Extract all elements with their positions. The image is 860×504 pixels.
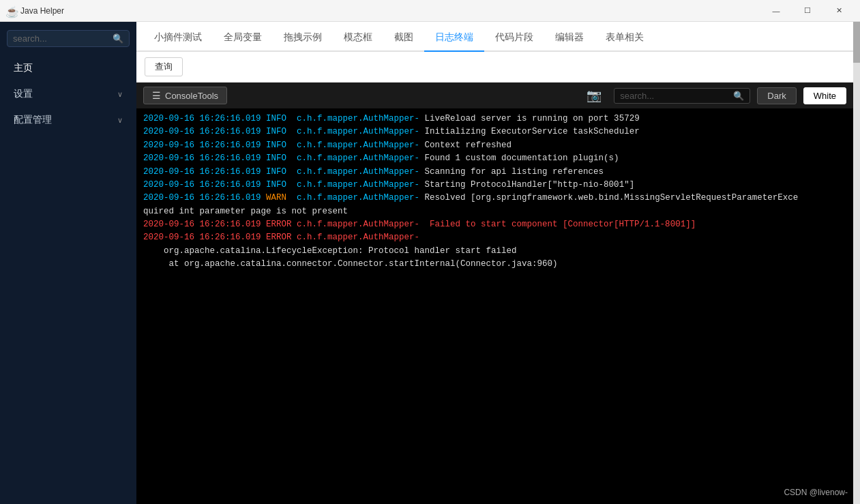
sidebar: 🔍 主页 设置 ∨ 配置管理 ∨ [0,22,136,504]
log-line: 2020-09-16 16:26:16.019 INFO c.h.f.mappe… [143,125,846,138]
tab-bar: 小摘件测试 全局变量 拖拽示例 模态框 截图 日志终端 代码片段 编辑器 表单相… [136,22,853,52]
log-line: 2020-09-16 16:26:16.019 ERROR c.h.f.mapp… [143,231,846,244]
white-theme-button[interactable]: White [803,87,846,104]
console-search-input[interactable] [620,91,733,101]
tab-modal[interactable]: 模态框 [333,25,383,52]
console-search-icon: 🔍 [733,91,744,101]
content-area: 小摘件测试 全局变量 拖拽示例 模态框 截图 日志终端 代码片段 编辑器 表单相… [136,22,853,504]
sidebar-item-settings-label: 设置 [14,88,33,100]
sidebar-item-config[interactable]: 配置管理 ∨ [0,107,136,133]
console-tools-label: ConsoleTools [165,91,218,101]
minimize-button[interactable]: — [760,0,792,22]
sidebar-search-input[interactable] [13,33,113,44]
sidebar-item-home-label: 主页 [14,62,33,74]
sub-toolbar: 查询 [136,52,853,83]
log-line: 2020-09-16 16:26:16.019 INFO c.h.f.mappe… [143,139,846,152]
title-bar: ☕ Java Helper — ☐ ✕ [0,0,860,22]
sidebar-item-settings[interactable]: 设置 ∨ [0,81,136,107]
log-line: 2020-09-16 16:26:16.019 INFO c.h.f.mappe… [143,152,846,165]
log-line: 2020-09-16 16:26:16.019 WARN c.h.f.mappe… [143,192,846,205]
tab-editor[interactable]: 编辑器 [544,25,595,52]
log-line: quired int parameter page is not present [143,205,846,218]
sidebar-search-container: 🔍 [7,30,130,47]
scrollbar-thumb[interactable] [853,22,860,63]
console-tools-button[interactable]: ☰ ConsoleTools [143,87,227,104]
chevron-down-icon-2: ∨ [117,116,123,125]
log-line: at org.apache.catalina.connector.Connect… [143,258,846,271]
console-toolbar: ☰ ConsoleTools 📷 🔍 Dark White [136,83,853,108]
app-body: 🔍 主页 设置 ∨ 配置管理 ∨ 小摘件测试 全局变量 拖拽示例 模态框 截图 … [0,22,860,504]
sidebar-item-home[interactable]: 主页 [0,55,136,81]
tab-screenshot[interactable]: 截图 [383,25,424,52]
search-icon: 🔍 [113,33,123,44]
scrollbar-track[interactable] [853,22,860,504]
query-button[interactable]: 查询 [145,57,183,76]
tab-form[interactable]: 表单相关 [595,25,655,52]
app-title: Java Helper [20,6,760,16]
log-line: 2020-09-16 16:26:16.019 ERROR c.h.f.mapp… [143,218,846,231]
tab-log-terminal[interactable]: 日志终端 [424,25,484,52]
log-line: 2020-09-16 16:26:16.019 INFO c.h.f.mappe… [143,113,846,125]
app-icon: ☕ [5,5,16,16]
sidebar-menu: 主页 设置 ∨ 配置管理 ∨ [0,55,136,504]
close-button[interactable]: ✕ [823,0,855,22]
log-line: 2020-09-16 16:26:16.019 INFO c.h.f.mappe… [143,166,846,179]
dark-theme-button[interactable]: Dark [757,87,796,104]
tab-widget-test[interactable]: 小摘件测试 [143,25,213,52]
window-controls: — ☐ ✕ [760,0,855,22]
console-search-container: 🔍 [614,88,750,104]
sidebar-item-config-label: 配置管理 [14,114,52,126]
camera-button[interactable]: 📷 [581,87,607,104]
tab-code-snippet[interactable]: 代码片段 [484,25,544,52]
console-tools-icon: ☰ [152,90,161,101]
log-line: 2020-09-16 16:26:16.019 INFO c.h.f.mappe… [143,179,846,192]
console-log: 2020-09-16 16:26:16.019 INFO c.h.f.mappe… [136,108,853,504]
maximize-button[interactable]: ☐ [792,0,823,22]
console-wrapper: ☰ ConsoleTools 📷 🔍 Dark White 2020-09-16… [136,83,853,504]
tab-global-vars[interactable]: 全局变量 [213,25,273,52]
chevron-down-icon: ∨ [117,90,123,99]
tab-drag-example[interactable]: 拖拽示例 [273,25,333,52]
log-line: org.apache.catalina.LifecycleException: … [143,245,846,258]
